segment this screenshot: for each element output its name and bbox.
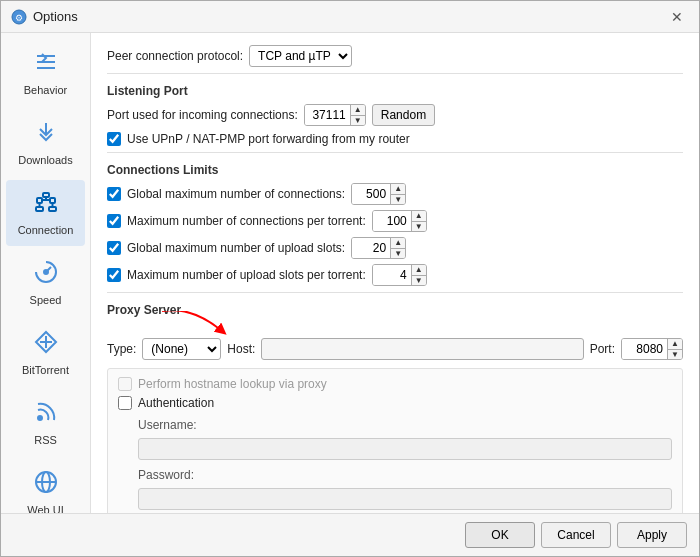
cl0-down[interactable]: ▼ bbox=[391, 195, 405, 205]
random-button[interactable]: Random bbox=[372, 104, 435, 126]
cl1-down[interactable]: ▼ bbox=[412, 222, 426, 232]
proxy-port-label: Port: bbox=[590, 342, 615, 356]
listening-port-header: Listening Port bbox=[107, 84, 683, 98]
conn-limit-check-0[interactable] bbox=[107, 187, 121, 201]
proxy-type-select[interactable]: (None) HTTP SOCKS4 SOCKS5 bbox=[142, 338, 221, 360]
conn-limit-label-3: Maximum number of upload slots per torre… bbox=[127, 268, 366, 282]
conn-limit-row-1: Maximum number of connections per torren… bbox=[107, 210, 683, 232]
conn-limit-input-3[interactable]: 4 bbox=[373, 265, 411, 285]
upnp-checkbox[interactable] bbox=[107, 132, 121, 146]
proxy-host-label: Host: bbox=[227, 342, 255, 356]
apply-button[interactable]: Apply bbox=[617, 522, 687, 548]
sidebar-item-behavior[interactable]: Behavior bbox=[6, 40, 85, 106]
sidebar: Behavior Downloads bbox=[1, 33, 91, 513]
port-decrement[interactable]: ▼ bbox=[351, 116, 365, 126]
proxy-host-input[interactable] bbox=[261, 338, 583, 360]
behavior-label: Behavior bbox=[24, 84, 67, 96]
connection-icon bbox=[34, 190, 58, 220]
proxy-type-row: Type: (None) HTTP SOCKS4 SOCKS5 Host: Po… bbox=[107, 338, 683, 360]
bottom-bar: OK Cancel Apply bbox=[1, 513, 699, 556]
conn-limit-input-2[interactable]: 20 bbox=[352, 238, 390, 258]
port-spinbox: 37111 ▲ ▼ bbox=[304, 104, 366, 126]
upnp-row: Use UPnP / NAT-PMP port forwarding from … bbox=[107, 132, 683, 146]
conn-limit-spin-1: 100 ▲ ▼ bbox=[372, 210, 427, 232]
cancel-button[interactable]: Cancel bbox=[541, 522, 611, 548]
close-button[interactable]: ✕ bbox=[665, 5, 689, 29]
cl3-up[interactable]: ▲ bbox=[412, 265, 426, 276]
password-label: Password: bbox=[138, 468, 672, 482]
hostname-lookup-label: Perform hostname lookup via proxy bbox=[138, 377, 327, 391]
connection-label: Connection bbox=[18, 224, 74, 236]
peer-protocol-select[interactable]: TCP and µTP TCP µTP bbox=[249, 45, 352, 67]
conn-limit-check-2[interactable] bbox=[107, 241, 121, 255]
proxy-settings-section: Perform hostname lookup via proxy Authen… bbox=[107, 368, 683, 513]
peer-protocol-label: Peer connection protocol: bbox=[107, 49, 243, 63]
username-input[interactable] bbox=[138, 438, 672, 460]
proxy-port-up[interactable]: ▲ bbox=[668, 339, 682, 350]
conn-limit-spin-3: 4 ▲ ▼ bbox=[372, 264, 427, 286]
svg-text:⚙: ⚙ bbox=[15, 13, 23, 23]
svg-rect-13 bbox=[36, 207, 43, 211]
sidebar-item-bittorrent[interactable]: BitTorrent bbox=[6, 320, 85, 386]
rss-icon bbox=[34, 400, 58, 430]
proxy-port-input[interactable]: 8080 bbox=[622, 339, 667, 359]
svg-rect-6 bbox=[37, 198, 42, 203]
options-window: ⚙ Options ✕ Behavior bbox=[0, 0, 700, 557]
sidebar-item-downloads[interactable]: Downloads bbox=[6, 110, 85, 176]
auth-label: Authentication bbox=[138, 396, 214, 410]
webui-icon bbox=[34, 470, 58, 500]
password-input[interactable] bbox=[138, 488, 672, 510]
conn-limit-check-1[interactable] bbox=[107, 214, 121, 228]
sidebar-item-connection[interactable]: Connection bbox=[6, 180, 85, 246]
conn-limit-input-1[interactable]: 100 bbox=[373, 211, 411, 231]
conn-limit-row-2: Global maximum number of upload slots: 2… bbox=[107, 237, 683, 259]
hostname-lookup-checkbox[interactable] bbox=[118, 377, 132, 391]
sidebar-item-webui[interactable]: Web UI bbox=[6, 460, 85, 513]
proxy-port-spinbox: 8080 ▲ ▼ bbox=[621, 338, 683, 360]
bittorrent-label: BitTorrent bbox=[22, 364, 69, 376]
sidebar-item-speed[interactable]: Speed bbox=[6, 250, 85, 316]
port-row: Port used for incoming connections: 3711… bbox=[107, 104, 683, 126]
hostname-lookup-row: Perform hostname lookup via proxy bbox=[118, 377, 672, 391]
cl1-up[interactable]: ▲ bbox=[412, 211, 426, 222]
port-label: Port used for incoming connections: bbox=[107, 108, 298, 122]
conn-limit-spin-0: 500 ▲ ▼ bbox=[351, 183, 406, 205]
cl3-down[interactable]: ▼ bbox=[412, 276, 426, 286]
svg-rect-8 bbox=[43, 193, 49, 197]
conn-limit-row-3: Maximum number of upload slots per torre… bbox=[107, 264, 683, 286]
downloads-icon bbox=[34, 120, 58, 150]
webui-label: Web UI bbox=[27, 504, 63, 513]
speed-label: Speed bbox=[30, 294, 62, 306]
svg-rect-14 bbox=[49, 207, 56, 211]
sidebar-item-rss[interactable]: RSS bbox=[6, 390, 85, 456]
connections-header: Connections Limits bbox=[107, 163, 683, 177]
auth-checkbox[interactable] bbox=[118, 396, 132, 410]
auth-row: Authentication bbox=[118, 396, 672, 410]
downloads-label: Downloads bbox=[18, 154, 72, 166]
svg-rect-7 bbox=[50, 198, 55, 203]
conn-limit-spin-2: 20 ▲ ▼ bbox=[351, 237, 406, 259]
title-bar: ⚙ Options ✕ bbox=[1, 1, 699, 33]
ok-button[interactable]: OK bbox=[465, 522, 535, 548]
peer-protocol-row: Peer connection protocol: TCP and µTP TC… bbox=[107, 45, 683, 67]
conn-limit-check-3[interactable] bbox=[107, 268, 121, 282]
conn-limit-label-2: Global maximum number of upload slots: bbox=[127, 241, 345, 255]
cl0-up[interactable]: ▲ bbox=[391, 184, 405, 195]
proxy-port-down[interactable]: ▼ bbox=[668, 350, 682, 360]
conn-limit-input-0[interactable]: 500 bbox=[352, 184, 390, 204]
conn-limit-label-1: Maximum number of connections per torren… bbox=[127, 214, 366, 228]
port-increment[interactable]: ▲ bbox=[351, 105, 365, 116]
window-title: Options bbox=[33, 9, 665, 24]
proxy-type-label: Type: bbox=[107, 342, 136, 356]
behavior-icon bbox=[34, 50, 58, 80]
rss-label: RSS bbox=[34, 434, 57, 446]
port-input[interactable]: 37111 bbox=[305, 105, 350, 125]
window-icon: ⚙ bbox=[11, 9, 27, 25]
cl2-down[interactable]: ▼ bbox=[391, 249, 405, 259]
content-area: Behavior Downloads bbox=[1, 33, 699, 513]
upnp-label: Use UPnP / NAT-PMP port forwarding from … bbox=[127, 132, 410, 146]
cl2-up[interactable]: ▲ bbox=[391, 238, 405, 249]
bittorrent-icon bbox=[34, 330, 58, 360]
svg-point-15 bbox=[44, 270, 48, 274]
conn-limit-row-0: Global maximum number of connections: 50… bbox=[107, 183, 683, 205]
